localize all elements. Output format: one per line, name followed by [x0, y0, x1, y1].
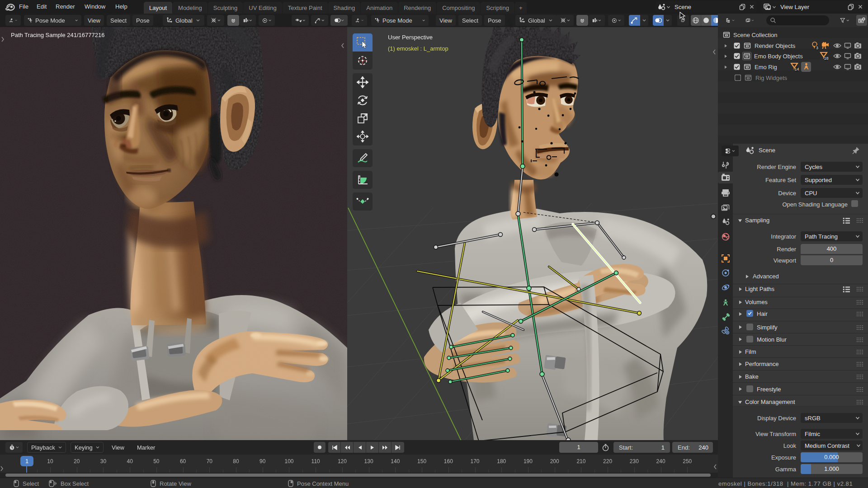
- svg-text:18: 18: [824, 56, 828, 61]
- svg-text:14: 14: [794, 67, 799, 71]
- svg-text:3: 3: [816, 46, 818, 50]
